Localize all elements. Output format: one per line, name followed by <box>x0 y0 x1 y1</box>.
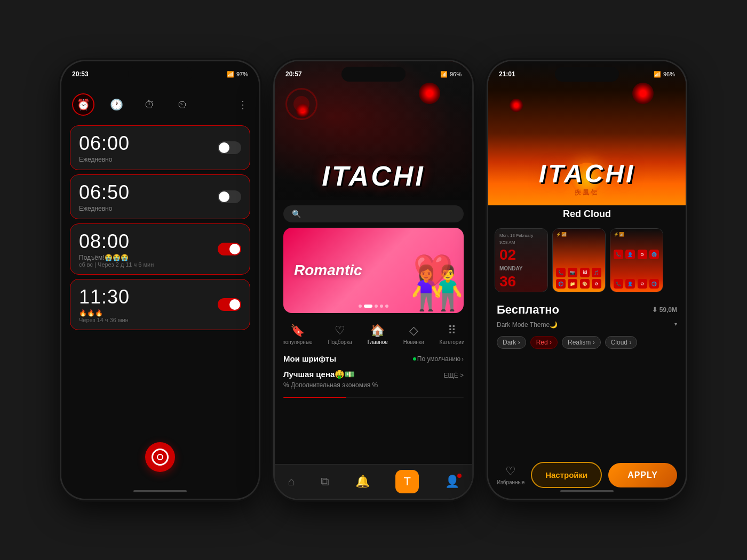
naruto-inner <box>157 454 163 460</box>
nav-tab-categories[interactable]: ⠿ Категории <box>440 324 465 345</box>
fav-label: Избранные <box>497 479 525 485</box>
toggle-knob-3 <box>229 244 240 254</box>
card-title: Red Cloud <box>563 209 611 219</box>
sharingan-3 <box>632 83 654 104</box>
theme-info-section: Бесплатно ⬇ 59,0M Dark Mode Theme🌙 ▾ <box>488 298 686 332</box>
toggle-knob-4 <box>229 299 240 310</box>
alarm-tab-active[interactable]: ⏰ <box>72 93 94 116</box>
itachi-title-3: ITACHI 疾風伝 <box>539 159 635 197</box>
theme-subtitle: Dark Mode Theme🌙 <box>497 321 558 329</box>
mini-app-7: 🎨 <box>580 279 590 289</box>
notch-1 <box>128 67 192 82</box>
action-bar: ♡ Избранные Настройки APPLY <box>488 462 686 488</box>
timer-tab[interactable]: ⏲ <box>171 93 194 116</box>
fonts-title: Мои шрифты <box>283 354 336 363</box>
mini-clock-hour: 02 <box>499 247 543 263</box>
bookmark-icon: 🔖 <box>290 324 305 338</box>
nav-tab-label-selection: Подборка <box>328 339 352 345</box>
more-menu-button[interactable]: ⋮ <box>237 98 248 111</box>
dot-5 <box>385 305 388 308</box>
nav-tab-main[interactable]: 🏠 Главное <box>368 324 388 345</box>
mini-phone-2: ⚡📶 📞 📷 🖼 🎵 🌐 📁 🎨 ⚙ <box>552 228 606 292</box>
add-alarm-fab[interactable] <box>145 442 175 472</box>
mini-day: MONDAY <box>499 266 543 271</box>
phone-3: 21:01 📶 96% ITACHI 疾風伝 Red Cloud <box>488 61 686 499</box>
alarm-time-info-1: 06:00 Ежедневно <box>79 132 130 163</box>
toggle-knob-2 <box>219 191 229 202</box>
bottom-nav-text[interactable]: T <box>395 470 419 493</box>
bottom-bell-icon: 🔔 <box>355 475 370 489</box>
mini-app-8: ⚙ <box>592 279 601 289</box>
promo-subtitle: % Дополнительная экономия % <box>283 381 464 389</box>
bottom-nav-person[interactable]: 👤 <box>445 475 459 489</box>
wifi-icon-3: 📶 <box>654 71 661 78</box>
fonts-section-header: Мои шрифты По умолчанию › <box>275 348 472 366</box>
apply-button[interactable]: APPLY <box>608 463 677 487</box>
chevron-right-fonts: › <box>462 355 464 363</box>
mini-clock-min: 36 <box>499 274 543 290</box>
alarm-sublabel-3: сб вс | Через 2 д 11 ч 6 мин <box>79 261 154 268</box>
dropdown-arrow-icon[interactable]: ▾ <box>674 321 677 327</box>
grid-icon: ⠿ <box>448 324 456 338</box>
search-icon-2: 🔍 <box>292 210 301 218</box>
bottom-nav-bell[interactable]: 🔔 <box>355 475 370 489</box>
scroll-thumb <box>283 397 346 398</box>
alarm-card-1[interactable]: 06:00 Ежедневно <box>70 125 250 170</box>
alarm-toggle-1[interactable] <box>218 141 241 154</box>
dot-3 <box>375 305 378 308</box>
bottom-nav-home[interactable]: ⌂ <box>288 475 295 489</box>
mini-app-10: 👤 <box>625 250 635 259</box>
wifi-icon-2: 📶 <box>440 71 448 78</box>
alarm-toggle-2[interactable] <box>218 190 241 203</box>
clock-tab[interactable]: 🕐 <box>105 93 128 116</box>
alarm-time-info-4: 11:30 🔥🔥🔥 Через 14 ч 36 мин <box>79 286 130 323</box>
nav-tab-label-popular: популярные <box>282 339 312 345</box>
alarm-time-info-3: 08:00 Подъём!😭😭😭 сб вс | Через 2 д 11 ч … <box>79 230 154 268</box>
battery-text-3: 96% <box>663 71 675 77</box>
bottom-home-icon: ⌂ <box>288 475 295 489</box>
alarm-card-3[interactable]: 08:00 Подъём!😭😭😭 сб вс | Через 2 д 11 ч … <box>70 223 250 275</box>
alarm-time-info-2: 06:50 Ежедневно <box>79 181 130 212</box>
price-text: Бесплатно <box>497 303 559 317</box>
home-indicator-3 <box>560 490 614 492</box>
diamond-icon: ◇ <box>409 324 418 338</box>
tag-realism[interactable]: Realism › <box>562 336 601 349</box>
dot-2 <box>364 305 372 308</box>
price-row: Бесплатно ⬇ 59,0M <box>497 303 677 317</box>
stopwatch-tab[interactable]: ⏱ <box>138 93 161 116</box>
mini-icons-1: 📞 📷 🖼 🎵 🌐 📁 🎨 ⚙ <box>556 268 602 289</box>
romantic-text: Romantic <box>294 262 362 279</box>
favorites-button[interactable]: ♡ Избранные <box>497 465 525 485</box>
mini-time-small: 9:58 AM <box>499 240 543 245</box>
swirl-1 <box>285 88 317 120</box>
tag-cloud[interactable]: Cloud › <box>605 336 638 349</box>
nav-tab-selection[interactable]: ♡ Подборка <box>328 324 352 345</box>
alarm-toggle-4[interactable] <box>218 298 241 311</box>
sharingan-4 <box>510 99 523 112</box>
fonts-link[interactable]: По умолчанию › <box>413 355 464 363</box>
alarm-card-4[interactable]: 11:30 🔥🔥🔥 Через 14 ч 36 мин <box>70 279 250 330</box>
nav-tab-new[interactable]: ◇ Новинки <box>403 324 424 345</box>
nav-tab-label-categories: Категории <box>440 339 465 345</box>
home-icon: 🏠 <box>370 324 385 338</box>
alarm-card-2[interactable]: 06:50 Ежедневно <box>70 174 250 219</box>
mini-app-15: ⚙ <box>638 279 647 289</box>
alarm-toggle-3[interactable] <box>218 243 241 255</box>
alarm-label-3: Подъём!😭😭😭 <box>79 254 154 261</box>
search-bar-2[interactable]: 🔍 <box>283 205 464 222</box>
romantic-banner[interactable]: 👫 Romantic ❤️ <box>283 228 464 313</box>
tag-red[interactable]: Red › <box>530 336 558 349</box>
heart-fav-icon: ♡ <box>505 465 516 478</box>
settings-button[interactable]: Настройки <box>531 462 602 488</box>
bottom-layers-icon: ⧉ <box>321 475 329 489</box>
mini-app-13: 📞 <box>614 279 623 289</box>
mini-icons-2: 📞 👤 ⚙ 🌐 <box>614 250 659 259</box>
mini-screen-2: ⚡📶 📞 📷 🖼 🎵 🌐 📁 🎨 ⚙ <box>553 229 605 292</box>
tag-dark[interactable]: Dark › <box>497 336 526 349</box>
nav-tab-popular[interactable]: 🔖 популярные <box>282 324 312 345</box>
alarm-label-2: Ежедневно <box>79 205 130 212</box>
subtitle-jp: 疾風伝 <box>539 188 635 197</box>
promo-link[interactable]: ЕЩЁ > <box>443 372 464 379</box>
bottom-nav-layers[interactable]: ⧉ <box>321 475 329 489</box>
phone-2: 20:57 📶 96% ITACHI 🔍 <box>275 61 472 499</box>
